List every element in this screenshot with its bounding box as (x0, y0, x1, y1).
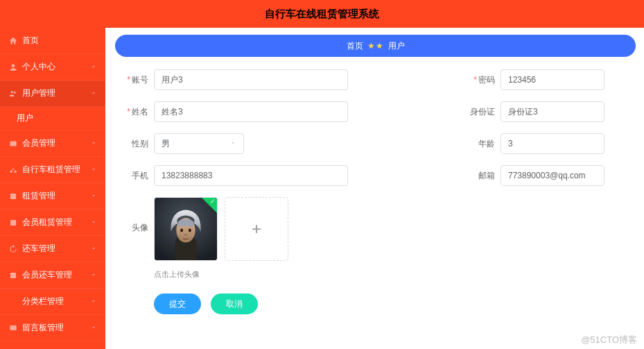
sidebar-item-label: 首页 (22, 35, 97, 46)
breadcrumb: 首页 ★★ 用户 (115, 35, 636, 57)
label-avatar: 头像 (115, 197, 154, 234)
avatar-thumbnail[interactable] (154, 197, 218, 261)
sidebar-item-home[interactable]: 首页 (0, 28, 105, 54)
sidebar-item-label: 自行车租赁管理 (22, 164, 90, 176)
chevron-down-icon (90, 323, 97, 333)
sidebar-item-board[interactable]: 留言板管理 (0, 315, 105, 341)
cancel-button[interactable]: 取消 (211, 293, 258, 314)
label-idcard: 身份证 (462, 106, 501, 118)
chevron-down-icon (90, 218, 97, 228)
password-input[interactable] (501, 69, 604, 90)
user-icon (8, 62, 18, 72)
sidebar-item-user-manage[interactable]: 用户管理 (0, 80, 105, 107)
main-container: 首页 个人中心 用户管理 用户 会员管理 自行车租赁管理 租赁管理 (0, 28, 644, 349)
gender-select[interactable]: 男 (154, 133, 244, 154)
label-gender: 性别 (115, 138, 154, 150)
watermark: @51CTO博客 (581, 334, 637, 346)
sidebar-item-label: 用户管理 (22, 87, 90, 99)
svg-point-0 (12, 64, 15, 67)
sidebar-item-member[interactable]: 会员管理 (0, 130, 105, 157)
email-input[interactable] (501, 165, 604, 186)
label-password: *密码 (462, 74, 501, 86)
age-input[interactable] (501, 133, 604, 154)
phone-input[interactable] (154, 165, 348, 186)
svg-point-1 (11, 90, 14, 93)
member-icon (8, 139, 18, 148)
sidebar-item-label: 分类栏管理 (22, 296, 90, 307)
svg-rect-7 (10, 219, 16, 225)
sidebar-item-member-rent[interactable]: 会员租赁管理 (0, 210, 105, 236)
sidebar-item-label: 个人中心 (22, 61, 90, 73)
bike-icon (8, 165, 18, 175)
svg-rect-8 (10, 272, 16, 278)
member-rent-icon (8, 218, 18, 228)
chevron-down-icon (90, 62, 97, 72)
sidebar-item-label: 会员还车管理 (22, 269, 90, 281)
sidebar-item-rent[interactable]: 租赁管理 (0, 183, 105, 210)
return-icon (8, 244, 18, 254)
upload-button[interactable]: + (225, 197, 288, 261)
sidebar-item-profile[interactable]: 个人中心 (0, 54, 105, 80)
chevron-down-icon (90, 271, 97, 280)
label-email: 邮箱 (462, 170, 501, 182)
svg-rect-3 (10, 141, 16, 146)
sidebar-item-category[interactable]: 分类栏管理 (0, 289, 105, 315)
star-icon: ★★ (367, 41, 384, 51)
sidebar-item-bike-rent[interactable]: 自行车租赁管理 (0, 157, 105, 183)
svg-rect-9 (10, 325, 16, 330)
plus-icon: + (252, 219, 261, 239)
chevron-down-icon (229, 139, 236, 148)
label-phone: 手机 (115, 170, 154, 182)
sidebar-item-label: 用户 (17, 112, 33, 124)
sidebar-item-label: 会员管理 (22, 137, 90, 149)
label-account: *账号 (115, 74, 154, 86)
svg-point-5 (14, 170, 17, 173)
breadcrumb-current: 用户 (388, 40, 405, 52)
svg-point-14 (189, 229, 191, 232)
idcard-input[interactable] (501, 101, 604, 122)
svg-point-13 (180, 229, 183, 232)
name-input[interactable] (154, 101, 348, 122)
rent-icon (8, 191, 18, 201)
svg-point-2 (14, 91, 16, 93)
avatar-hint: 点击上传头像 (154, 269, 288, 280)
chevron-down-icon (90, 191, 97, 201)
chevron-down-icon (90, 165, 97, 175)
breadcrumb-home[interactable]: 首页 (347, 40, 363, 52)
check-icon (202, 198, 217, 213)
chevron-down-icon (90, 297, 97, 307)
board-icon (8, 323, 18, 333)
svg-rect-6 (10, 193, 16, 198)
sidebar-item-label: 还车管理 (22, 243, 90, 255)
label-name: *姓名 (115, 106, 154, 118)
app-title: 自行车在线租赁管理系统 (265, 8, 379, 21)
sidebar-item-label: 留言板管理 (22, 322, 90, 334)
submit-button[interactable]: 提交 (154, 293, 201, 314)
app-header: 自行车在线租赁管理系统 (0, 0, 644, 28)
sidebar-item-label: 租赁管理 (22, 190, 90, 202)
sidebar-item-label: 会员租赁管理 (22, 216, 90, 228)
sidebar-item-return[interactable]: 还车管理 (0, 236, 105, 262)
users-icon (8, 89, 18, 99)
sidebar: 首页 个人中心 用户管理 用户 会员管理 自行车租赁管理 租赁管理 (0, 28, 105, 349)
main-panel: 首页 ★★ 用户 *账号 *密码 *姓名 身份证 (105, 28, 644, 349)
sidebar-item-member-return[interactable]: 会员还车管理 (0, 262, 105, 289)
sidebar-subitem-user[interactable]: 用户 (0, 107, 105, 130)
category-icon (8, 297, 18, 307)
account-input[interactable] (154, 69, 348, 90)
chevron-down-icon (90, 244, 97, 254)
home-icon (8, 36, 18, 46)
member-return-icon (8, 271, 18, 280)
chevron-down-icon (90, 139, 97, 148)
chevron-up-icon (90, 89, 97, 99)
label-age: 年龄 (462, 138, 501, 150)
